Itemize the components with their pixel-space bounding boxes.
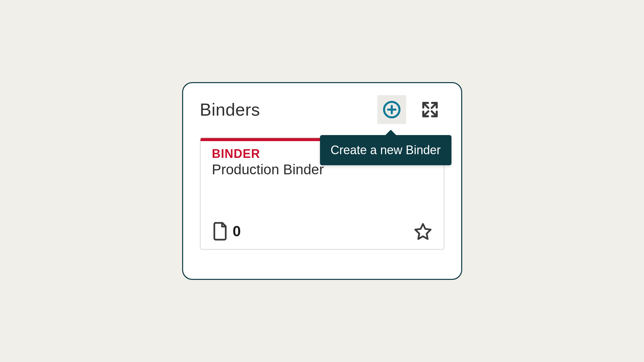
document-count-value: 0 [233, 223, 241, 240]
binder-footer: 0 [212, 222, 432, 241]
binders-panel: Binders [182, 82, 462, 280]
create-binder-button[interactable] [377, 95, 406, 124]
create-binder-tooltip: Create a new Binder [320, 135, 451, 165]
star-icon [414, 222, 432, 241]
panel-header: Binders [200, 95, 444, 124]
favorite-button[interactable] [414, 222, 432, 241]
plus-circle-icon [382, 100, 401, 119]
svg-marker-7 [415, 224, 431, 239]
document-icon [212, 222, 228, 241]
expand-button[interactable] [416, 95, 444, 124]
expand-icon [421, 100, 439, 119]
header-actions [377, 95, 444, 124]
document-count: 0 [212, 222, 241, 241]
panel-title: Binders [200, 100, 260, 120]
